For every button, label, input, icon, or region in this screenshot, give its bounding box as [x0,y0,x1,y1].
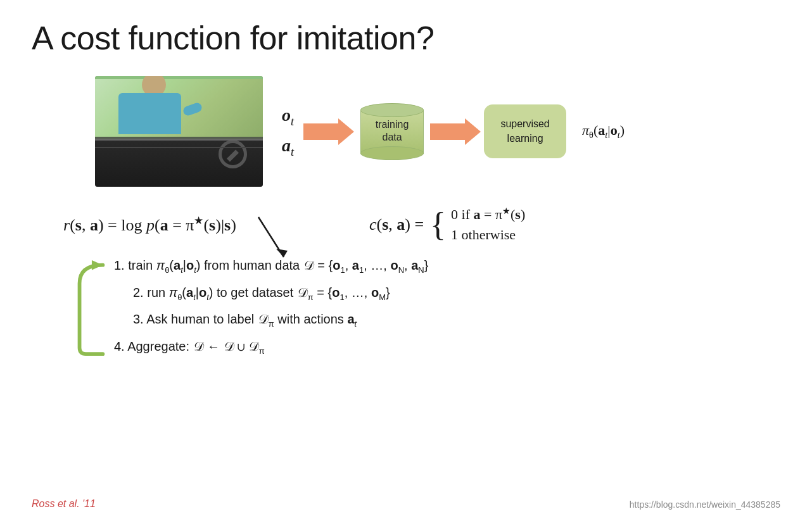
step-1: 1. train πθ(at|ot) from human data 𝒟 = {… [114,256,780,277]
step-3: 3. Ask human to label 𝒟π with actions at [133,310,780,330]
pi-formula: πθ(at|ot) [582,122,625,141]
training-data-label: trainingdata [364,118,421,145]
svg-marker-4 [92,260,103,270]
svg-marker-0 [303,118,354,145]
brace-item-0: 0 if a = π★(s) [451,206,525,223]
slide-title: A cost function for imitation? [32,19,780,57]
sl-label: supervisedlearning [500,117,549,146]
formulas-row: r(s, a) = log p(a = π★(s)|s) c(s, a) = {… [63,206,780,243]
arrow-to-training [303,116,354,148]
reward-formula: r(s, a) = log p(a = π★(s)|s) [63,214,236,235]
svg-marker-1 [430,118,481,145]
diagram-area: ot at trainingdata [32,76,780,187]
training-data-cylinder: trainingdata [357,103,427,160]
brace-item-1: 1 otherwise [451,227,525,243]
arrow-to-sl [430,116,481,148]
step-2: 2. run πθ(at|ot) to get dataset 𝒟π = {o1… [133,283,780,304]
truck-image [95,76,263,187]
footer-url: https://blog.csdn.net/weixin_44385285 [630,499,780,510]
main-diagram: ot at trainingdata [95,76,780,187]
cost-formula: c(s, a) = { 0 if a = π★(s) 1 otherwise [369,206,525,243]
brace-symbol: { [430,208,446,241]
obs-label: ot [282,103,294,130]
steps-section: 1. train πθ(at|ot) from human data 𝒟 = {… [114,256,780,357]
steps-bracket-icon [73,259,108,357]
action-label: at [282,133,294,160]
brace-items: 0 if a = π★(s) 1 otherwise [451,206,525,243]
slide: A cost function for imitation? [0,0,812,521]
step-4: 4. Aggregate: 𝒟 ← 𝒟 ∪ 𝒟π [114,337,780,358]
obs-action-labels: ot at [282,103,294,160]
supervised-learning-box: supervisedlearning [484,104,566,158]
footer-citation: Ross et al. '11 [32,498,96,510]
